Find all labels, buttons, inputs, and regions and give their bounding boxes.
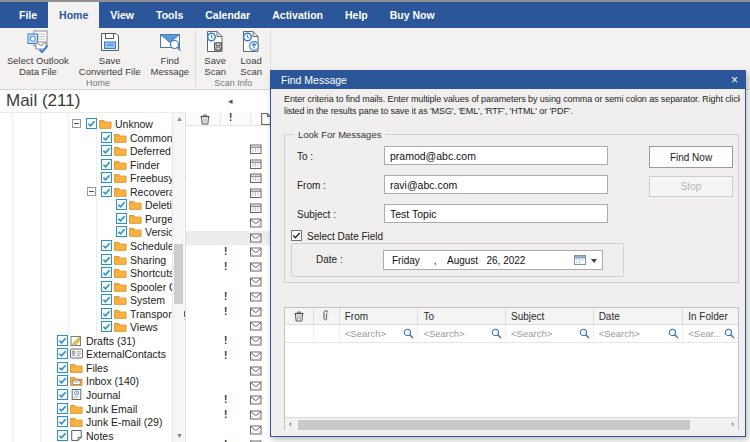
- checkbox-checked-icon[interactable]: [116, 213, 127, 224]
- scroll-down-icon[interactable]: ▼: [176, 432, 183, 439]
- checkbox-checked-icon[interactable]: [57, 389, 68, 400]
- tab-activation[interactable]: Activation: [261, 2, 334, 28]
- magnifier-icon[interactable]: [668, 328, 679, 339]
- tree-item-deletion[interactable]: Deletion: [0, 198, 185, 212]
- select-date-field-checkbox[interactable]: [291, 230, 302, 241]
- dialog-titlebar[interactable]: Find Message ×: [271, 71, 745, 89]
- checkbox-checked-icon[interactable]: [57, 375, 68, 386]
- results-column-subject[interactable]: Subject: [506, 308, 594, 324]
- checkbox-checked-icon[interactable]: [101, 159, 112, 170]
- checkbox-checked-icon[interactable]: [101, 321, 112, 332]
- search-cell-in_folder[interactable]: <Sear...: [683, 325, 738, 342]
- tree-item-junk-e-mail-29-[interactable]: Junk E-mail (29): [0, 415, 185, 429]
- close-icon[interactable]: ×: [731, 73, 738, 87]
- tree-item-journal[interactable]: Journal: [0, 388, 185, 402]
- results-column-date[interactable]: Date: [594, 308, 684, 324]
- tree-item-schedule[interactable]: Schedule: [0, 239, 185, 253]
- magnifier-icon[interactable]: [403, 328, 414, 339]
- tree-item-views[interactable]: Views: [0, 320, 185, 334]
- calendar-icon[interactable]: [574, 254, 586, 266]
- hscrollbar-thumb[interactable]: [298, 420, 690, 430]
- results-hscrollbar[interactable]: ‹ ›: [285, 417, 738, 432]
- tree-item-purges[interactable]: Purges: [0, 212, 185, 226]
- scroll-left-icon[interactable]: ‹: [289, 419, 292, 429]
- tree-item-junk-email[interactable]: Junk Email: [0, 402, 185, 416]
- stop-button[interactable]: Stop: [649, 176, 733, 197]
- tree-item-system[interactable]: System: [0, 293, 185, 307]
- checkbox-checked-icon[interactable]: [101, 294, 112, 305]
- subject-field[interactable]: [384, 204, 608, 223]
- checkbox-checked-icon[interactable]: [57, 362, 68, 373]
- results-column-attachment[interactable]: [314, 308, 340, 324]
- checkbox-checked-icon[interactable]: [57, 430, 68, 441]
- chevron-down-icon[interactable]: [591, 259, 597, 263]
- checkbox-checked-icon[interactable]: [101, 145, 112, 156]
- outlook-data-file-button[interactable]: Select Outlook Data File: [2, 28, 74, 77]
- tree-item-spooler-qu[interactable]: Spooler Qu: [0, 280, 185, 294]
- magnifier-icon[interactable]: [579, 328, 590, 339]
- save-converted-file-button[interactable]: Save Converted File: [74, 28, 146, 77]
- scroll-up-icon[interactable]: ▲: [176, 115, 183, 122]
- search-cell-from[interactable]: <Search>: [340, 325, 419, 342]
- message-row[interactable]: !: [186, 438, 292, 442]
- to-field[interactable]: [384, 146, 608, 165]
- load-scan-button[interactable]: Load Scan: [233, 28, 269, 77]
- collapse-pane-icon[interactable]: ◂: [228, 96, 233, 106]
- search-cell-to[interactable]: <Search>: [418, 325, 506, 342]
- tree-scrollbar-thumb[interactable]: [174, 244, 183, 304]
- tree-item-recoverabl[interactable]: Recoverabl: [0, 185, 185, 199]
- search-cell-subject[interactable]: <Search>: [506, 325, 594, 342]
- tab-tools[interactable]: Tools: [145, 2, 194, 28]
- tree-item-transport-q[interactable]: Transport Q: [0, 307, 185, 321]
- tree-item-shortcuts[interactable]: Shortcuts: [0, 266, 185, 280]
- tree-item-externalcontacts[interactable]: ExternalContacts: [0, 347, 185, 361]
- scroll-right-icon[interactable]: ›: [731, 419, 734, 429]
- magnifier-icon[interactable]: [491, 328, 502, 339]
- date-picker[interactable]: Friday , August 26, 2022: [383, 250, 603, 270]
- tab-help[interactable]: Help: [334, 2, 379, 28]
- tree-item-common-v[interactable]: Common V: [0, 131, 185, 145]
- tab-buy-now[interactable]: Buy Now: [379, 2, 446, 28]
- results-column-to[interactable]: To: [418, 308, 506, 324]
- checkbox-checked-icon[interactable]: [57, 348, 68, 359]
- tree-item-deferred-a[interactable]: Deferred A: [0, 144, 185, 158]
- tree-item-inbox-140-[interactable]: Inbox (140): [0, 374, 185, 388]
- checkbox-checked-icon[interactable]: [116, 199, 127, 210]
- results-column-in_folder[interactable]: In Folder: [683, 308, 738, 324]
- save-scan-button[interactable]: Save Scan: [197, 28, 233, 77]
- tree-item-freebusy-d[interactable]: Freebusy D: [0, 171, 185, 185]
- column-trash[interactable]: [199, 113, 211, 125]
- checkbox-checked-icon[interactable]: [57, 403, 68, 414]
- tree-item-notes[interactable]: Notes: [0, 429, 185, 442]
- tab-view[interactable]: View: [99, 2, 145, 28]
- checkbox-checked-icon[interactable]: [101, 186, 112, 197]
- search-cell-date[interactable]: <Search>: [594, 325, 684, 342]
- from-field[interactable]: [384, 175, 608, 194]
- tab-home[interactable]: Home: [48, 2, 99, 28]
- expand-minus-icon[interactable]: [72, 119, 81, 128]
- tree-item-unknow[interactable]: Unknow: [0, 117, 185, 131]
- checkbox-checked-icon[interactable]: [101, 308, 112, 319]
- tree-item-finder[interactable]: Finder: [0, 158, 185, 172]
- checkbox-checked-icon[interactable]: [101, 240, 112, 251]
- results-column-from[interactable]: From: [340, 308, 419, 324]
- results-column-delete[interactable]: [285, 308, 314, 324]
- checkbox-checked-icon[interactable]: [101, 267, 112, 278]
- checkbox-checked-icon[interactable]: [57, 335, 68, 346]
- tree-item-drafts-31-[interactable]: Drafts (31): [0, 334, 185, 348]
- tab-calendar[interactable]: Calendar: [194, 2, 261, 28]
- tab-file[interactable]: File: [8, 2, 48, 28]
- tree-item-files[interactable]: Files: [0, 361, 185, 375]
- magnifier-icon[interactable]: [724, 328, 735, 339]
- column-importance[interactable]: !: [229, 113, 232, 123]
- checkbox-checked-icon[interactable]: [116, 226, 127, 237]
- expand-minus-icon[interactable]: [87, 187, 96, 196]
- checkbox-checked-icon[interactable]: [86, 118, 97, 129]
- find-now-button[interactable]: Find Now: [649, 146, 733, 168]
- checkbox-checked-icon[interactable]: [101, 254, 112, 265]
- find-message-button[interactable]: Find Message: [146, 28, 195, 77]
- checkbox-checked-icon[interactable]: [57, 416, 68, 427]
- tree-item-sharing[interactable]: Sharing: [0, 253, 185, 267]
- tree-item-version[interactable]: Version: [0, 225, 185, 239]
- checkbox-checked-icon[interactable]: [101, 281, 112, 292]
